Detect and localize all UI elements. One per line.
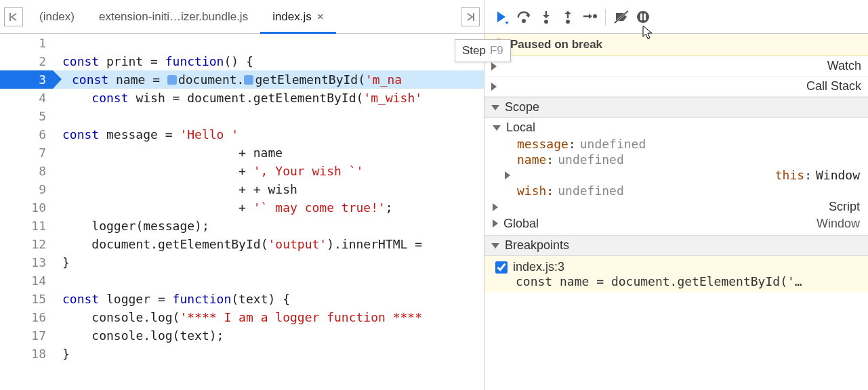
- deactivate-bp-button[interactable]: [611, 7, 632, 27]
- tab-index[interactable]: (index): [27, 0, 87, 33]
- svg-rect-5: [640, 14, 642, 20]
- step-tooltip: StepF9: [455, 39, 511, 62]
- pause-exceptions-button[interactable]: [633, 7, 653, 27]
- svg-point-4: [637, 11, 649, 23]
- svg-point-2: [566, 20, 570, 24]
- nav-back-icon[interactable]: [4, 7, 23, 26]
- step-button[interactable]: [579, 7, 600, 27]
- global-scope-row[interactable]: Global Window: [484, 215, 868, 232]
- nav-fwd-icon[interactable]: [461, 7, 480, 26]
- tabs-bar: (index) extension-initi…izer.bundle.js i…: [0, 0, 484, 34]
- script-scope-header[interactable]: Script: [484, 198, 868, 215]
- close-tab-icon[interactable]: ×: [317, 10, 324, 24]
- tab-indexjs[interactable]: index.js×: [260, 0, 336, 33]
- code-editor[interactable]: 123456789101112131415161718 const print …: [0, 34, 484, 390]
- tab-extension[interactable]: extension-initi…izer.bundle.js: [87, 0, 260, 33]
- step-over-button[interactable]: [514, 7, 535, 27]
- scope-var[interactable]: message: undefined: [484, 136, 868, 152]
- step-out-button[interactable]: [558, 7, 578, 27]
- scope-var[interactable]: name: undefined: [484, 152, 868, 167]
- scope-header[interactable]: Scope: [484, 97, 868, 118]
- breakpoint-entry[interactable]: index.js:3 const name = document.getElem…: [484, 256, 868, 292]
- scope-var[interactable]: wish: undefined: [484, 183, 868, 198]
- local-scope-header[interactable]: Local: [484, 119, 868, 136]
- callstack-header[interactable]: Call Stack: [484, 77, 868, 97]
- resume-button[interactable]: [493, 7, 513, 27]
- svg-point-0: [522, 19, 526, 23]
- breakpoint-checkbox[interactable]: [495, 261, 508, 274]
- step-into-button[interactable]: [536, 7, 556, 27]
- svg-rect-6: [644, 14, 646, 20]
- svg-point-1: [544, 20, 548, 24]
- watch-header[interactable]: Watch: [484, 56, 868, 77]
- svg-point-3: [593, 14, 597, 18]
- debugger-toolbar: [484, 0, 868, 34]
- scope-var[interactable]: this: Window: [484, 167, 868, 183]
- breakpoints-header[interactable]: Breakpoints: [484, 235, 868, 256]
- paused-banner: Paused on break: [484, 34, 868, 56]
